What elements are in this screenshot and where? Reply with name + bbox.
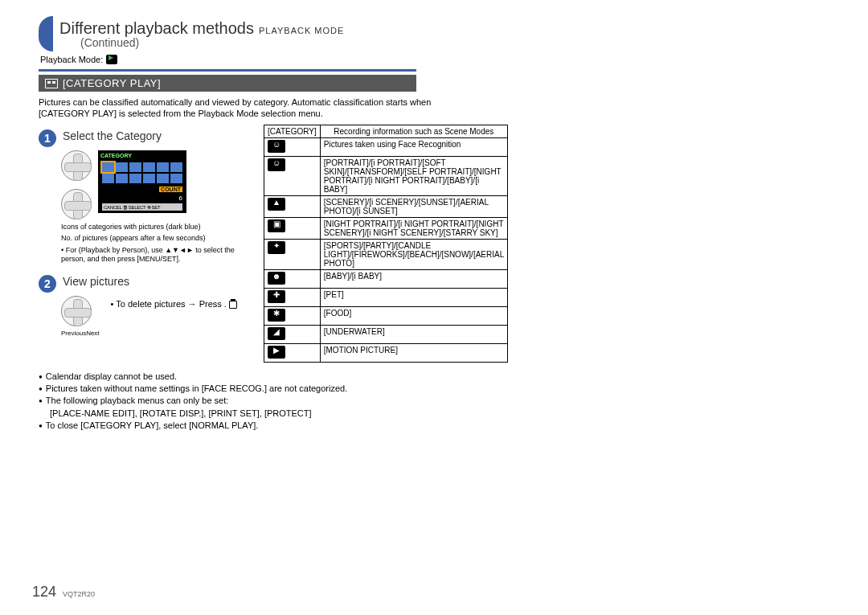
category-icon <box>45 79 58 88</box>
category-desc-cell: Pictures taken using Face Recognition <box>320 137 507 156</box>
category-desc-cell: [SCENERY]/[i SCENERY]/[SUNSET]/[AERIAL P… <box>320 195 507 217</box>
category-icon-cell <box>264 137 321 156</box>
dpad-icon <box>61 150 92 181</box>
table-row: [BABY]/[i BABY] <box>264 269 508 288</box>
table-row: [NIGHT PORTRAIT]/[i NIGHT PORTRAIT]/[NIG… <box>264 217 508 239</box>
playback-mode-label: Playback Mode: <box>40 55 103 64</box>
table-row: [UNDERWATER] <box>264 325 508 343</box>
motion-icon <box>268 346 285 359</box>
note-count: No. of pictures (appears after a few sec… <box>61 234 248 243</box>
screen-preview: CATEGORY COUNT 6 CANCEL 🗑 SELECT ✥ SET <box>98 150 186 213</box>
table-header-category: [CATEGORY] <box>264 125 321 137</box>
category-desc-cell: [UNDERWATER] <box>320 325 507 343</box>
category-desc-cell: [PET] <box>320 288 507 306</box>
table-row: [SPORTS]/[PARTY]/[CANDLE LIGHT]/[FIREWOR… <box>264 239 508 269</box>
notes-list: Calendar display cannot be used. Picture… <box>39 371 836 433</box>
category-desc-cell: [NIGHT PORTRAIT]/[i NIGHT PORTRAIT]/[NIG… <box>320 217 507 239</box>
table-row: [PET] <box>264 288 508 306</box>
category-desc-cell: [FOOD] <box>320 306 507 325</box>
table-row: [PORTRAIT]/[i PORTRAIT]/[SOFT SKIN]/[TRA… <box>264 156 508 195</box>
step-1-badge: 1 <box>39 129 56 147</box>
section-title: [CATEGORY PLAY] <box>63 77 161 89</box>
face-icon <box>268 140 285 153</box>
step-1-title: Select the Category <box>63 129 162 142</box>
document-code: VQT2R20 <box>63 590 95 598</box>
section-heading: [CATEGORY PLAY] <box>39 75 416 92</box>
pet-icon <box>268 290 285 303</box>
page-title: Different playback methods PLAYBACK MODE <box>59 19 344 38</box>
trash-icon <box>229 301 237 309</box>
bullet-1: Calendar display cannot be used. <box>46 371 177 383</box>
dpad-icon-3 <box>61 296 92 326</box>
category-desc-cell: [MOTION PICTURE] <box>320 343 507 362</box>
continued-label: (Continued) <box>80 36 344 49</box>
intro-text: Pictures can be classified automatically… <box>39 96 440 120</box>
thumb-count-label: COUNT <box>159 187 182 192</box>
bullet-3: The following playback menus can only be… <box>46 395 228 407</box>
playback-mode-icon <box>106 55 117 64</box>
food-icon <box>268 309 285 322</box>
thumb-bottom-bar: CANCEL 🗑 SELECT ✥ SET <box>102 203 182 211</box>
category-icon-cell <box>264 156 321 195</box>
category-icon-cell <box>264 239 321 269</box>
thumb-count-value: 6 <box>179 195 182 202</box>
section-rule <box>39 69 416 72</box>
thumb-category-label: CATEGORY <box>100 153 132 158</box>
category-desc-cell: [SPORTS]/[PARTY]/[CANDLE LIGHT]/[FIREWOR… <box>320 239 507 269</box>
title-mode-tag: PLAYBACK MODE <box>259 26 344 35</box>
category-icon-cell <box>264 288 321 306</box>
table-row: Pictures taken using Face Recognition <box>264 137 508 156</box>
title-text: Different playback methods <box>59 19 254 38</box>
note-icons: Icons of categories with pictures (dark … <box>61 223 248 232</box>
previous-label: Previous <box>61 330 86 337</box>
next-label: Next <box>86 330 99 337</box>
category-icon-cell <box>264 343 321 362</box>
table-row: [FOOD] <box>264 306 508 325</box>
step-2-title: View pictures <box>63 275 129 288</box>
baby-icon <box>268 272 285 285</box>
category-desc-cell: [BABY]/[i BABY] <box>320 269 507 288</box>
night-icon <box>268 219 285 232</box>
sport-icon <box>268 241 285 254</box>
bullet-2: Pictures taken without name settings in … <box>46 383 347 395</box>
bullet-3-sub: [PLACE-NAME EDIT], [ROTATE DISP.], [PRIN… <box>50 408 836 420</box>
category-icon-cell <box>264 195 321 217</box>
port-icon <box>268 158 285 171</box>
page-number: 124 <box>32 584 56 601</box>
category-icon-cell <box>264 306 321 325</box>
table-row: [SCENERY]/[i SCENERY]/[SUNSET]/[AERIAL P… <box>264 195 508 217</box>
header-accent <box>39 16 53 51</box>
table-header-info: Recording information such as Scene Mode… <box>320 125 507 137</box>
note-playback-person: • For (Playback by Person), use ▲▼◄► to … <box>61 246 248 264</box>
category-table: [CATEGORY] Recording information such as… <box>264 125 508 363</box>
under-icon <box>268 327 285 340</box>
category-icon-cell <box>264 217 321 239</box>
bullet-4: To close [CATEGORY PLAY], select [NORMAL… <box>46 420 259 432</box>
table-row: [MOTION PICTURE] <box>264 343 508 362</box>
dpad-icon-2 <box>61 189 92 219</box>
step-2-badge: 2 <box>39 275 56 293</box>
category-icon-cell <box>264 269 321 288</box>
scen-icon <box>268 198 285 211</box>
playback-mode-line: Playback Mode: <box>40 55 836 64</box>
category-icon-cell <box>264 325 321 343</box>
delete-note: • To delete pictures → Press . <box>111 299 237 310</box>
category-desc-cell: [PORTRAIT]/[i PORTRAIT]/[SOFT SKIN]/[TRA… <box>320 156 507 195</box>
